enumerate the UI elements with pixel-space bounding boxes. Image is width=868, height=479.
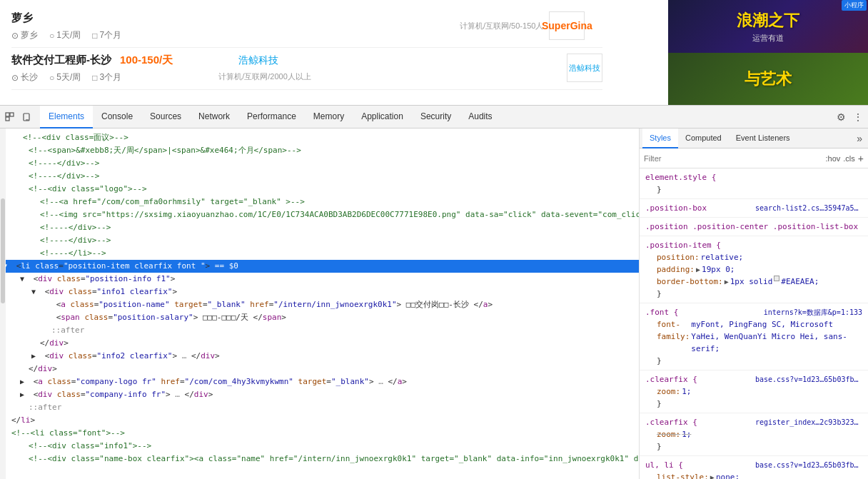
filter-add-button[interactable]: + [858, 153, 864, 164]
html-scroll-bar[interactable] [0, 128, 6, 479]
settings-button[interactable]: ⚙ [834, 110, 848, 124]
color-swatch-border [774, 276, 779, 281]
job-freq-2: 5天/周 [56, 71, 81, 84]
expand-info2[interactable] [31, 350, 40, 363]
css-close-element-style: } [645, 183, 862, 196]
prop-val-padding: 19px 0; [702, 263, 735, 276]
styles-tab-event-listeners[interactable]: Event Listeners [729, 128, 797, 148]
filter-cls-button[interactable]: .cls [843, 154, 855, 163]
attr-class-pos-info: class [57, 274, 81, 283]
tab-application[interactable]: Application [353, 106, 412, 128]
salary-text: □□□-□□□/天 [203, 313, 248, 322]
css-selector-clearfix-2: .clearfix { register_index…2c93b323ef3:1… [645, 416, 862, 428]
css-prop-padding: padding: ▶ 19px 0; [645, 263, 862, 276]
device-toolbar-button[interactable] [20, 110, 34, 124]
html-line-close-li: </li> [6, 414, 639, 427]
css-rule-position-box: .position-box search-list2.cs…35947a5e6b… [640, 199, 868, 218]
styles-tab-styles-label: Styles [650, 133, 671, 142]
css-rule-position-list: .position .position-center .position-lis… [640, 218, 868, 236]
html-line-5: <!--<div class="logo">--> [6, 183, 639, 196]
more-options-button[interactable]: ⋮ [851, 110, 865, 124]
expand-info1[interactable] [31, 286, 40, 298]
html-line-2: <!--<span>&#xebb8;天/周</span>|<span>&#xe4… [6, 144, 639, 157]
job-meta-item-duration: □ 7个月 [92, 29, 121, 41]
prop-val-font-family: myFont, PingFang SC, Microsoft YaHei, We… [691, 318, 862, 355]
tab-network[interactable]: Network [190, 106, 238, 128]
styles-tab-computed[interactable]: Computed [678, 128, 729, 148]
tab-security[interactable]: Security [412, 106, 460, 128]
expand-company-logo[interactable] [20, 375, 29, 388]
html-line-close-div1: </div> [6, 337, 639, 350]
website-preview: 萝乡 ⊙ 萝乡 ○ 1天/周 □ 7个月 [0, 0, 868, 106]
html-line-info2: <div class="info2 clearfix"> … </div> [6, 350, 639, 363]
html-line-company-info: <div class="company-info fr"> … </div> [6, 388, 639, 401]
css-selector-clearfix-1: .clearfix { base.css?v=1d23…65b03fbb03c:… [645, 373, 862, 385]
prop-val-position: relative; [701, 251, 744, 263]
calendar-icon-2: □ [92, 73, 97, 83]
html-line-company-logo: <a class="company-logo fr" href="/com/co… [6, 375, 639, 388]
comment-text-5: <!--<div class="logo">--> [29, 184, 147, 193]
css-rule-element-style: element.style { } [640, 168, 868, 199]
source-font[interactable]: interns?k=数据库&p=1:133 [764, 306, 862, 318]
source-position-box[interactable]: search-list2.cs…35947a5e6b:381 [755, 202, 862, 214]
tab-sources[interactable]: Sources [141, 106, 190, 128]
html-line-6: <!--<a href="/com/com_mfa0orhmsily" targ… [6, 196, 639, 208]
banner-top: 浪潮之下 运营有道 小程序 [668, 0, 868, 53]
devtools: Elements Console Sources Network Perform… [0, 106, 868, 479]
html-scroll-thumb [1, 198, 5, 303]
css-prop-zoom-2: zoom: 1; [645, 428, 862, 440]
banner-bottom: 与艺术 [668, 53, 868, 106]
logo-text-1: SuperGina [542, 20, 592, 31]
eq-selected: = [59, 261, 64, 271]
css-prop-font-family: font-family: myFont, PingFang SC, Micros… [645, 318, 862, 355]
styles-tab-more[interactable]: » [854, 133, 865, 144]
css-selector-position-item: .position-item { [645, 239, 862, 251]
list-style-arrow: ▶ [710, 471, 715, 479]
expand-company-info[interactable] [20, 388, 29, 401]
tab-performance-label: Performance [247, 111, 296, 121]
prop-val-border: 1px solid [730, 276, 773, 288]
html-line-10: <!----</li>--> [6, 247, 639, 260]
inspect-element-button[interactable] [3, 110, 17, 124]
tab-elements[interactable]: Elements [40, 106, 93, 128]
job-meta-1: ⊙ 萝乡 ○ 1天/周 □ 7个月 [11, 29, 460, 41]
banner-top-content: 浪潮之下 运营有道 [737, 10, 799, 44]
prop-name-list-style: list-style: [657, 471, 709, 479]
miniapp-badge: 小程序 [842, 0, 867, 11]
styles-tab-styles[interactable]: Styles [642, 128, 678, 148]
right-banners: 浪潮之下 运营有道 小程序 与艺术 [668, 0, 868, 106]
job-salary-2: 100-150/天 [120, 54, 173, 67]
dom0-indicator: == $0 [215, 261, 238, 271]
tab-memory[interactable]: Memory [305, 106, 353, 128]
expand-triangle-selected[interactable] [6, 260, 11, 273]
expand-pos-info[interactable] [20, 273, 29, 286]
html-panel[interactable]: <!--<div class=面议>--> <!--<span>&#xebb8;… [6, 128, 640, 479]
source-ul-li[interactable]: base.css?v=1d23…65b03fbb03c:13 [755, 459, 862, 471]
html-line-comment-name-box: <!--<div class="name-box clearfix"><a cl… [6, 453, 639, 465]
company-logo-area-2: 浩鲸科技 [567, 54, 602, 82]
close-brace-font: } [657, 355, 662, 367]
selector-element-style-name: element.style { [645, 171, 716, 183]
selector-position-box: .position-box [645, 202, 707, 214]
prop-name-zoom-1: zoom: [657, 385, 680, 398]
job-meta-2: ⊙ 长沙 ○ 5天/周 □ 3个月 计算机/互联网/2000人以上 [11, 71, 567, 84]
source-clearfix-1[interactable]: base.css?v=1d23…65b03fbb03c:29 [755, 373, 862, 385]
tab-console[interactable]: Console [93, 106, 141, 128]
html-line-7: <!--<img src="https://sxsimg.xiaoyuanzha… [6, 208, 639, 221]
ellipsis-logo: … [378, 377, 383, 386]
html-line-8: <!----</div>--> [6, 221, 639, 234]
border-arrow: ▶ [725, 276, 729, 288]
tab-audits[interactable]: Audits [460, 106, 500, 128]
html-line-comment-font: <!--<li class="font">--> [6, 427, 639, 440]
comment-info1: <!--<div class="info1">--> [29, 441, 151, 450]
selector-position-item: .position-item { [645, 239, 721, 251]
comment-text-3: <!----</div>--> [29, 158, 99, 168]
styles-filter-input[interactable] [644, 154, 826, 163]
tab-performance[interactable]: Performance [238, 106, 305, 128]
css-rules-area[interactable]: element.style { } .position-box search-l… [640, 168, 868, 479]
job-meta-duration-2: □ 3个月 [92, 71, 121, 84]
filter-hov-button[interactable]: :hov [826, 154, 841, 163]
html-line-selected[interactable]: <li class="position-item clearfix font "… [6, 260, 639, 273]
svg-rect-1 [10, 113, 14, 116]
source-clearfix-2[interactable]: register_index…2c93b323ef3:16 [755, 416, 862, 428]
